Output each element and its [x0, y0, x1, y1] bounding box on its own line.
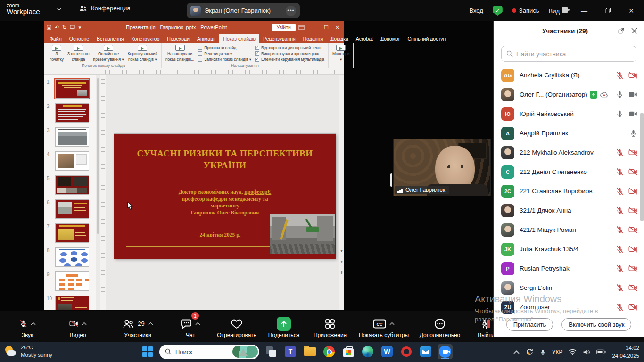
toolbar-chat[interactable]: 1Чат — [169, 311, 212, 342]
next-slide-icon[interactable]: ⇟ — [339, 271, 344, 275]
webcam-video-oleh[interactable]: Олег Гаврилюк — [394, 139, 490, 196]
ppt-tab-acrobat[interactable]: Acrobat — [352, 34, 377, 43]
tray-mic-icon[interactable] — [540, 348, 546, 356]
word-icon[interactable]: W — [380, 344, 395, 359]
slide-thumbnail-6[interactable] — [55, 199, 89, 219]
scroll-down-icon[interactable]: ▾ — [339, 249, 344, 253]
participant-row[interactable]: Sergii L'olin — [494, 278, 644, 297]
ppt-signin-button[interactable]: Увійти — [272, 24, 296, 31]
video-off-icon[interactable] — [628, 265, 637, 272]
participant-row[interactable]: 421/1 Міщук Роман — [494, 220, 644, 239]
slide-thumbnail-10[interactable] — [55, 296, 89, 310]
weather-widget[interactable]: 26°C Mostly sunny — [5, 344, 52, 359]
signin-link[interactable]: Вход — [469, 7, 483, 14]
ppt-tab-файл[interactable]: Файл — [46, 34, 66, 43]
qat-customize-icon[interactable]: ▾ — [78, 25, 81, 30]
video-off-icon[interactable] — [628, 207, 637, 214]
close-button[interactable]: ✕ — [624, 7, 638, 15]
ppt-close-button[interactable]: ✕ — [335, 25, 339, 31]
slide-thumbnail-2[interactable] — [55, 103, 89, 123]
battery-icon[interactable] — [596, 349, 606, 355]
recording-indicator[interactable]: Запись — [512, 7, 539, 14]
ribbon-button-4[interactable]: Налаштуватипоказ слайдів... — [164, 44, 196, 63]
clock[interactable]: 14:02 24.04.2025 — [612, 344, 639, 359]
chevron-up-icon[interactable] — [195, 322, 200, 325]
participant-row[interactable]: 212 Mykhailo Aleksandrov — [494, 143, 644, 162]
ppt-tab-анімації[interactable]: Анімації — [193, 34, 219, 43]
more-options-icon[interactable]: ••• — [286, 6, 296, 16]
language-indicator[interactable]: УКР — [552, 349, 563, 355]
search-input[interactable] — [516, 50, 631, 58]
mic-muted-icon[interactable] — [616, 245, 624, 253]
mic-muted-icon[interactable] — [616, 71, 624, 79]
file-explorer-icon[interactable] — [302, 344, 317, 359]
toolbar-cc[interactable]: CCПоказать субтитры — [354, 311, 414, 342]
tab-meeting[interactable]: Конференция — [79, 5, 130, 12]
slide-thumbnail-5[interactable] — [55, 175, 89, 195]
unmute-button[interactable]: Включить свой звук — [561, 318, 631, 331]
ribbon-option-2[interactable]: Записати показ слайдів ▾ — [198, 57, 251, 62]
ppt-tab-рецензування[interactable]: Рецензування — [259, 34, 299, 43]
popout-icon[interactable] — [618, 27, 625, 34]
ribbon-button-3[interactable]: Користувацькийпоказ слайдів ▾ — [126, 44, 159, 63]
slideshow-icon[interactable] — [70, 25, 75, 30]
thumbnails-scrollbar[interactable] — [96, 75, 100, 310]
participant-row[interactable]: JKJulia Kravchuk 135/4 — [494, 239, 644, 259]
toolbar-video-off[interactable]: Видео — [49, 311, 107, 342]
slide-thumbnail-3[interactable] — [55, 127, 89, 147]
undo-icon[interactable]: ↶ — [55, 25, 59, 30]
wifi-icon[interactable] — [569, 349, 577, 355]
ppt-tab-подання[interactable]: Подання — [299, 34, 327, 43]
participants-scrollbar[interactable] — [640, 113, 644, 221]
video-off-icon[interactable] — [628, 149, 637, 156]
ribbon-checkbox-0[interactable]: ✓Відтворювати дикторський текст — [255, 45, 324, 50]
ppt-minimize-button[interactable]: — — [312, 25, 317, 31]
video-off-icon[interactable] — [628, 168, 637, 175]
volume-icon[interactable] — [583, 349, 590, 355]
chevron-up-icon[interactable] — [148, 322, 153, 325]
participant-row[interactable]: Олег Г... (Организатор) — [494, 85, 644, 104]
ppt-tab-вставлення[interactable]: Вставлення — [93, 34, 127, 43]
minimize-button[interactable]: — — [577, 7, 591, 15]
participant-row[interactable]: С212 Даніїл Степаненко — [494, 162, 644, 181]
ppt-tab-переходи[interactable]: Переходи — [163, 34, 193, 43]
toolbar-react[interactable]: Отреагировать — [212, 311, 261, 342]
chrome-icon[interactable] — [322, 344, 337, 359]
ribbon-button-1[interactable]: З поточногослайда — [66, 44, 91, 63]
start-button[interactable] — [140, 344, 155, 359]
video-off-icon[interactable] — [628, 284, 637, 291]
ribbon-display-icon[interactable] — [298, 25, 305, 30]
mail-icon[interactable] — [418, 344, 433, 359]
ppt-maximize-button[interactable]: ☐ — [324, 25, 329, 31]
participant-row[interactable]: AGAnzhela Grylitska (Я) — [494, 66, 644, 85]
mic-muted-icon[interactable] — [616, 226, 624, 234]
mic-muted-icon[interactable] — [616, 264, 624, 272]
ppt-tab-показ-слайдів[interactable]: Показ слайдів — [219, 34, 259, 43]
ribbon-button-0[interactable]: Зпочатку — [48, 44, 66, 63]
tab-screen-share[interactable]: Экран (Олег Гаврилюк) ••• — [187, 3, 300, 18]
mic-muted-icon[interactable] — [616, 284, 624, 292]
video-off-icon[interactable] — [628, 72, 637, 79]
ribbon-option-1[interactable]: Репетиція часу — [198, 51, 251, 56]
slide-thumbnail-9[interactable] — [55, 272, 89, 291]
ribbon-checkbox-2[interactable]: ✓Елементи керування мультимедіа — [255, 57, 324, 62]
toolbar-apps[interactable]: Приложения — [306, 311, 354, 342]
slide-thumbnail-7[interactable] — [55, 223, 89, 243]
toolbar-more[interactable]: Дополнительно — [414, 311, 466, 342]
ribbon-option-0[interactable]: Приховати слайд — [198, 45, 251, 50]
ribbon-button-2[interactable]: Онлайновепрезентування ▾ — [91, 44, 126, 63]
teams-app-icon[interactable]: T — [283, 344, 298, 359]
prev-slide-icon[interactable]: ⇞ — [339, 260, 344, 264]
tray-chevron-up-icon[interactable] — [513, 350, 520, 354]
chevron-down-icon[interactable] — [57, 8, 62, 11]
slide-thumbnail-4[interactable] — [55, 151, 89, 171]
task-view-button[interactable] — [264, 344, 279, 359]
mic-muted-icon[interactable] — [616, 187, 624, 195]
edge-icon[interactable] — [360, 344, 375, 359]
zoom-app-icon[interactable] — [438, 344, 453, 359]
participant-row[interactable]: ААндрій Пришляк — [494, 123, 644, 143]
ppt-tab-довідка[interactable]: Довідка — [327, 34, 352, 43]
sync-icon[interactable] — [526, 348, 534, 356]
participant-row[interactable]: PRuslan Petryshak — [494, 259, 644, 278]
slide-scrollbar[interactable]: ▾ ⇞ ⇟ — [339, 75, 344, 310]
